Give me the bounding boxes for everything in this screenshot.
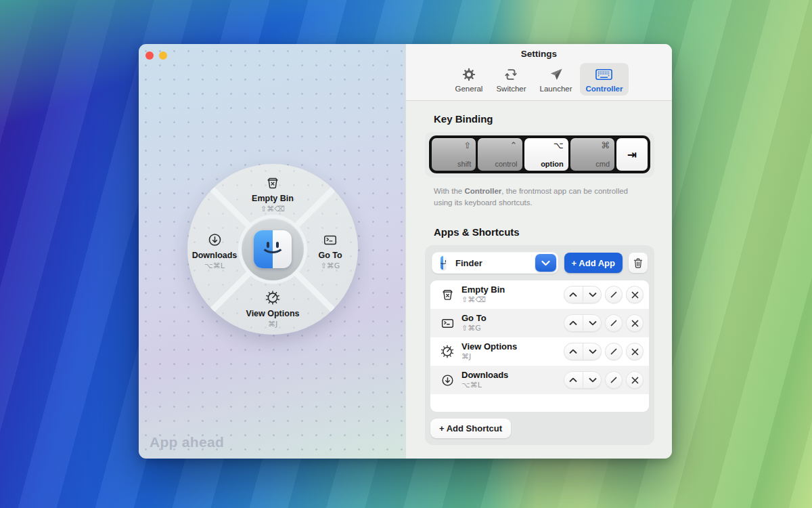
reorder-control — [564, 371, 602, 389]
key-shift[interactable]: ⇧ shift — [432, 138, 476, 171]
segment-label: View Options — [246, 309, 300, 318]
settings-toolbar: Settings Gene — [406, 44, 672, 101]
shortcut-row-view-options: View Options ⌘J — [430, 337, 649, 366]
delete-shortcut-button[interactable] — [626, 343, 644, 360]
key-tab[interactable]: ⇥ — [616, 138, 648, 171]
delete-shortcut-button[interactable] — [626, 286, 644, 303]
finder-smile — [261, 234, 285, 253]
key-label: shift — [457, 160, 471, 168]
shortcut-keys: ⌘J — [461, 352, 564, 361]
xmark-icon — [631, 377, 639, 384]
paper-plane-icon — [549, 66, 564, 83]
xmark-icon — [631, 291, 639, 299]
dial-icon — [437, 344, 457, 359]
segment-shortcut: ⌘J — [268, 320, 277, 329]
key-option[interactable]: ⌥ option — [524, 138, 568, 171]
shortcut-title: Empty Bin — [461, 285, 564, 295]
tab-label: Switcher — [496, 85, 526, 93]
keyboard-frame: ⇧ shift ⌃ control ⌥ option ⌘ cmd — [429, 135, 650, 173]
move-up-button[interactable] — [564, 371, 583, 389]
move-down-button[interactable] — [583, 371, 602, 389]
move-up-button[interactable] — [564, 343, 583, 360]
tab-glyph-icon: ⇥ — [627, 148, 637, 161]
edit-shortcut-button[interactable] — [605, 343, 623, 360]
chevron-down-icon[interactable] — [535, 254, 556, 272]
shortcut-keys: ⌥⌘L — [461, 381, 564, 389]
move-down-button[interactable] — [583, 314, 602, 332]
arrow-down-circle-icon — [437, 373, 457, 387]
controller-settings-content: Key Binding ⇧ shift ⌃ control ⌥ option — [406, 101, 672, 459]
chevron-up-icon — [569, 349, 577, 354]
caption-text: With the — [434, 187, 464, 195]
chevron-up-icon — [569, 377, 577, 383]
shortcut-title: Go To — [461, 314, 564, 324]
edit-shortcut-button[interactable] — [605, 286, 623, 303]
delete-shortcut-button[interactable] — [626, 314, 644, 332]
xmark-icon — [631, 320, 639, 327]
tab-launcher[interactable]: Launcher — [534, 63, 579, 96]
app-selector-row: Finder + Add App — [430, 252, 649, 274]
move-down-button[interactable] — [583, 286, 602, 303]
key-cmd[interactable]: ⌘ cmd — [570, 138, 614, 171]
move-down-button[interactable] — [583, 343, 602, 360]
app-watermark: App ahead — [150, 434, 224, 450]
option-glyph-icon: ⌥ — [554, 140, 564, 150]
shortcut-row-empty-bin: Empty Bin ⇧⌘⌫ — [430, 280, 649, 309]
shortcut-title: View Options — [461, 342, 564, 352]
tab-label: Launcher — [540, 85, 572, 93]
minimize-button[interactable] — [159, 51, 167, 60]
chevron-down-icon — [589, 320, 597, 326]
add-shortcut-button[interactable]: + Add Shortcut — [430, 419, 511, 438]
trash-icon — [633, 257, 644, 269]
key-control[interactable]: ⌃ control — [478, 138, 522, 171]
reorder-control — [564, 343, 602, 360]
pencil-icon — [610, 376, 618, 384]
window-title: Settings — [406, 49, 672, 59]
segment-shortcut: ⌥⌘L — [204, 261, 225, 270]
traffic-lights — [145, 51, 167, 60]
xmark-icon — [631, 348, 639, 356]
close-button[interactable] — [145, 51, 154, 60]
app-select-dropdown[interactable]: Finder — [432, 252, 558, 274]
pencil-icon — [610, 347, 618, 356]
command-glyph-icon: ⌘ — [601, 140, 610, 150]
reorder-control — [564, 286, 602, 303]
terminal-icon — [437, 316, 457, 331]
edit-shortcut-button[interactable] — [605, 314, 623, 332]
shortcut-keys: ⇧⌘⌫ — [461, 295, 564, 304]
settings-window: Empty Bin ⇧⌘⌫ Go To ⇧⌘G — [139, 44, 672, 459]
control-glyph-icon: ⌃ — [510, 140, 518, 150]
delete-shortcut-button[interactable] — [626, 371, 644, 389]
shortcut-keys: ⇧⌘G — [461, 324, 564, 333]
edit-shortcut-button[interactable] — [605, 371, 623, 389]
chevron-down-icon — [589, 377, 597, 383]
gear-icon — [461, 66, 476, 83]
selected-app-name: Finder — [455, 258, 482, 268]
key-label: option — [541, 160, 564, 168]
move-up-button[interactable] — [564, 314, 583, 332]
key-binding-caption: With the Controller, the frontmost app c… — [434, 186, 645, 208]
segment-shortcut: ⇧⌘⌫ — [261, 205, 285, 213]
radial-segment-view-options: View Options ⌘J — [235, 290, 310, 329]
key-binding-heading: Key Binding — [434, 113, 654, 125]
move-up-button[interactable] — [564, 286, 583, 303]
add-app-button[interactable]: + Add App — [564, 253, 623, 273]
tab-controller[interactable]: Controller — [580, 63, 629, 96]
tab-general[interactable]: General — [449, 63, 489, 96]
pencil-icon — [610, 319, 618, 327]
caption-bold-text: Controller — [464, 187, 501, 195]
key-binding-widget: ⇧ shift ⌃ control ⌥ option ⌘ cmd — [425, 132, 654, 177]
bin-xmark-icon — [265, 175, 280, 191]
radial-segment-empty-bin: Empty Bin ⇧⌘⌫ — [235, 175, 310, 213]
key-label: cmd — [595, 160, 610, 168]
shortcut-list: Empty Bin ⇧⌘⌫ — [430, 280, 649, 412]
apps-shortcuts-heading: Apps & Shortcuts — [434, 226, 654, 238]
shortcut-title: Downloads — [461, 371, 564, 381]
bin-xmark-icon — [437, 288, 457, 302]
delete-app-button[interactable] — [629, 253, 648, 273]
shift-glyph-icon: ⇧ — [464, 140, 471, 150]
tab-label: Controller — [586, 85, 623, 93]
tab-switcher[interactable]: Switcher — [490, 63, 532, 96]
radial-menu-preview: Empty Bin ⇧⌘⌫ Go To ⇧⌘G — [187, 164, 358, 335]
shortcut-row-go-to: Go To ⇧⌘G — [430, 309, 649, 337]
